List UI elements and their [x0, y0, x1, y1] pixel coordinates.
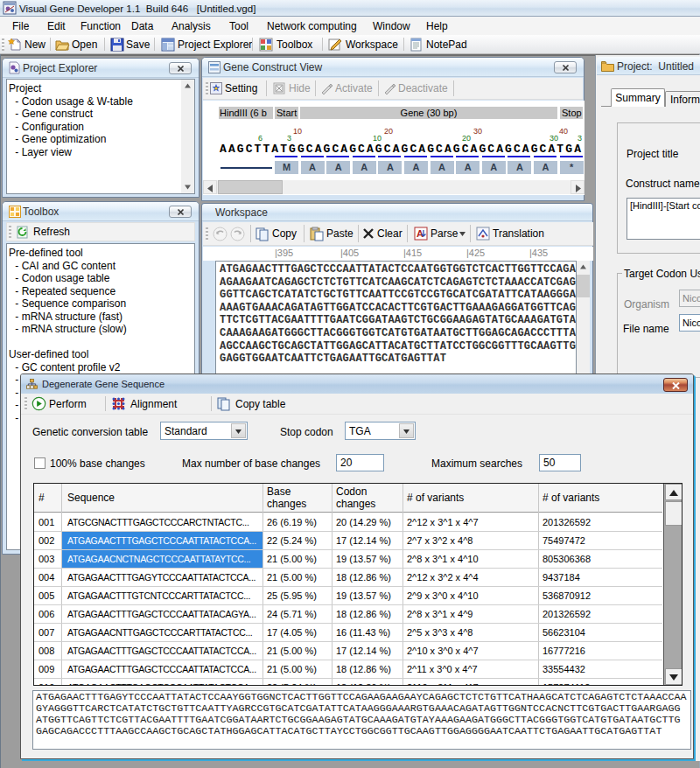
svg-text:A: A	[416, 228, 424, 239]
